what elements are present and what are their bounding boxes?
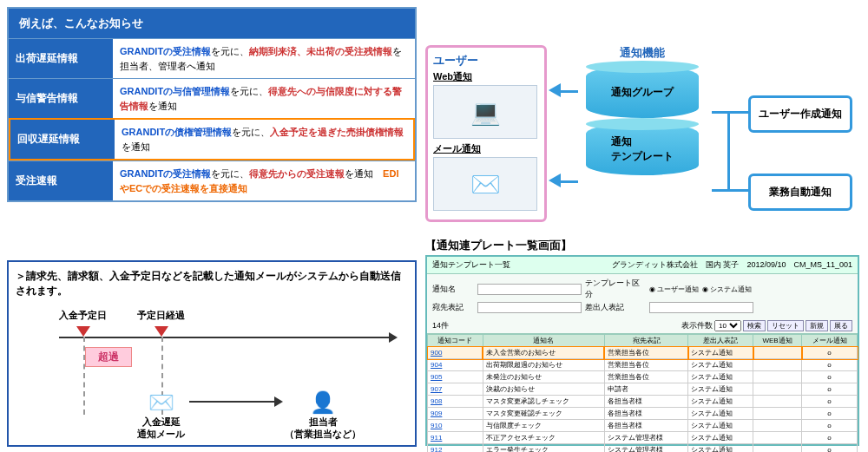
table-row[interactable]: 900未入金営業のお知らせ営業担当各位システム通知o [428,347,858,359]
mail-icon-block: ✉️ 入金遅延 通知メール [137,389,185,441]
new-button[interactable]: 新規 [806,320,828,331]
connector [727,111,730,192]
code-link[interactable]: 904 [431,361,442,369]
table-row[interactable]: 912エラー発生チェックシステム管理者様システム通知o [428,444,858,453]
table-header[interactable]: 通知名 [483,335,604,347]
notify-title: 通知機能 [573,45,712,61]
ss-form: 通知名 テンプレート区分 ◉ ユーザー通知 ◉ システム通知 宛先表記 差出人表… [427,274,858,318]
info-label: 回収遅延情報 [10,120,115,159]
form-label: 通知名 [432,284,474,295]
template-list-screenshot: 通知テンプレート一覧 グランディット株式会社 国内 英子 2012/09/10 … [425,255,859,446]
table-row[interactable]: 911不正アクセスチェックシステム管理者様システム通知o [428,432,858,444]
table-header-row: 通知コード通知名宛先表記差出人表記WEB通知メール通知 [428,335,858,347]
screenshot-title: 【通知連プレート一覧画面】 [425,238,572,253]
ss-toolbar: 14件 表示件数 10 検索 リセット 新規 展る [427,318,858,334]
arrow-icon [549,174,561,187]
page-size-select[interactable]: 10 [714,320,741,331]
code-link[interactable]: 911 [431,434,442,442]
radio-user[interactable]: ◉ ユーザー通知 [649,285,699,294]
info-label: 出荷遅延情報 [9,39,113,78]
code-link[interactable]: 912 [431,446,442,452]
info-row: 受注速報 GRANDITの受注情報を元に、得意先からの受注速報を通知 EDIやE… [9,160,415,200]
timeline-label: 入金予定日 [59,309,107,322]
info-row: 出荷遅延情報 GRANDITの受注情報を元に、納期到来済、未出荷の受注残情報を担… [9,38,415,78]
user-title: ユーザー [433,53,539,69]
person-icon-block: 👤 担当者 （営業担当など） [285,389,361,441]
detail-text: ＞請求先、請求額、入金予定日などを記載した通知メールがシステムから自動送信されま… [16,269,408,298]
form-label: 宛先表記 [432,302,474,313]
connector [561,90,578,93]
disp-label: 表示件数 [681,320,713,331]
info-row: 与信警告情報 GRANDITの与信管理情報を元に、得意先への与信限度に対する警告… [9,78,415,118]
table-header[interactable]: メール通知 [802,335,858,347]
info-desc: GRANDITの与信管理情報を元に、得意先への与信限度に対する警告情報を通知 [113,79,415,118]
info-row-highlighted: 回収遅延情報 GRANDITの債権管理情報を元に、入金予定を過ぎた売掛債権情報を… [9,118,415,160]
back-button[interactable]: 展る [830,320,852,331]
table-header[interactable]: 宛先表記 [604,335,687,347]
form-label: テンプレート区分 [585,278,646,300]
envelope-icon: ✉️ [433,157,537,211]
reset-button[interactable]: リセット [767,320,804,331]
marker-icon [76,326,90,337]
mail-notify-label: メール通知 [433,142,539,155]
table-row[interactable]: 908マスタ変更承認しチェック各担当者様システム通知o [428,396,858,408]
auto-notify-button[interactable]: 業務自動通知 [748,174,852,211]
code-link[interactable]: 900 [431,349,442,357]
ss-title: 通知テンプレート一覧 [432,259,510,271]
marker-icon [155,326,168,337]
info-header: 例えば、こんなお知らせ [9,9,415,38]
timeline-label: 予定日経過 [137,309,185,322]
table-row[interactable]: 910与信限度チェック各担当者様システム通知o [428,420,858,432]
code-link[interactable]: 910 [431,422,442,429]
sender-input[interactable] [649,302,753,313]
person-icon: 👤 [285,389,361,416]
connector [712,111,748,114]
arrow-line [189,401,276,403]
table-row[interactable]: 904出荷期限超過のお知らせ営業担当各位システム通知o [428,359,858,371]
table-header[interactable]: WEB通知 [753,335,802,347]
ss-company: グランディット株式会社 国内 英子 2012/09/10 CM_MS_11_00… [612,259,852,271]
timeline: 入金予定日 予定日経過 超過 ✉️ 入金遅延 通知メール 👤 担当者 （営業担当… [16,305,408,436]
table-header[interactable]: 通知コード [428,335,483,347]
laptop-icon: 💻 [433,85,537,139]
template-table: 通知コード通知名宛先表記差出人表記WEB通知メール通知 900未入金営業のお知ら… [427,334,858,452]
info-label: 与信警告情報 [9,79,113,118]
name-input[interactable] [477,284,582,295]
table-row[interactable]: 907決裁のお知らせ申請者システム通知o [428,383,858,396]
cylinder-group: 通知グループ [586,66,699,118]
user-box: ユーザー Web通知 💻 メール通知 ✉️ [425,45,547,222]
search-button[interactable]: 検索 [743,320,766,331]
info-table: 例えば、こんなお知らせ 出荷遅延情報 GRANDITの受注情報を元に、納期到来済… [7,7,417,202]
form-label: 差出人表記 [585,302,646,313]
table-row[interactable]: 905未発注のお知らせ営業担当各位システム通知o [428,371,858,383]
code-link[interactable]: 909 [431,409,442,417]
exceed-badge: 超過 [85,347,132,367]
web-notify-label: Web通知 [433,70,539,83]
user-create-notify-button[interactable]: ユーザー作成通知 [748,95,852,133]
info-desc: GRANDITの受注情報を元に、納期到来済、未出荷の受注残情報を担当者、管理者へ… [113,39,415,78]
table-row[interactable]: 909マスタ変更確認チェック各担当者様システム通知o [428,408,858,420]
connector [561,180,578,183]
dest-input[interactable] [477,302,582,313]
dash-line [83,337,85,415]
notify-box: 通知機能 通知グループ 通知 テンプレート [573,45,712,180]
detail-box: ＞請求先、請求額、入金予定日などを記載した通知メールがシステムから自動送信されま… [7,260,417,447]
arrow-icon [549,83,561,97]
code-link[interactable]: 907 [431,385,442,393]
cylinder-template: 通知 テンプレート [586,123,699,175]
connector [712,189,748,192]
count-label: 14件 [432,320,449,331]
envelope-icon: ✉️ [137,389,185,416]
arrow-head-icon [274,396,283,407]
info-label: 受注速報 [9,161,113,200]
ss-header: 通知テンプレート一覧 グランディット株式会社 国内 英子 2012/09/10 … [427,257,858,274]
code-link[interactable]: 908 [431,397,442,405]
table-header[interactable]: 差出人表記 [688,335,753,347]
info-desc: GRANDITの債権管理情報を元に、入金予定を過ぎた売掛債権情報を通知 [115,120,413,159]
timeline-axis [59,337,391,338]
radio-system[interactable]: ◉ システム通知 [702,285,752,294]
code-link[interactable]: 905 [431,373,442,381]
info-desc: GRANDITの受注情報を元に、得意先からの受注速報を通知 EDIやECでの受注… [113,161,415,200]
